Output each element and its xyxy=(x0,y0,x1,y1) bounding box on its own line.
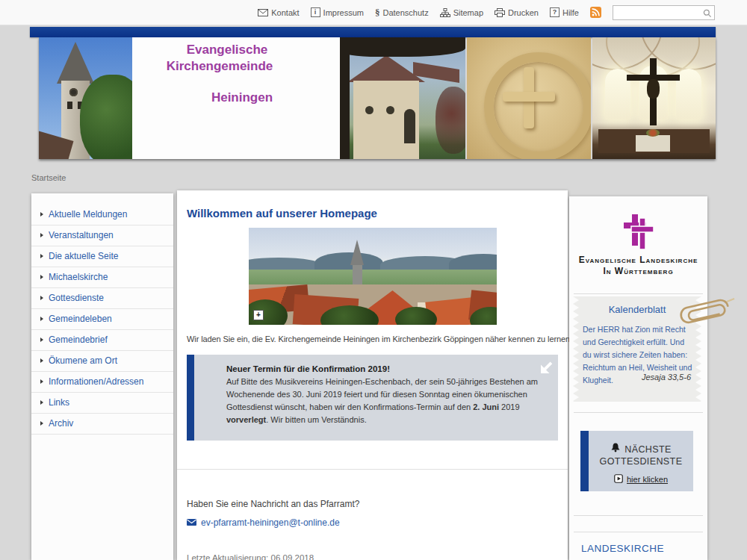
site-title-line1: Evangelische xyxy=(141,43,313,57)
site-title-line2: Kirchengemeinde xyxy=(134,59,306,74)
banner-photo-church-tower xyxy=(39,37,132,159)
search-icon xyxy=(703,7,712,21)
right-sidebar: Evangelische Landeskirche In Württemberg… xyxy=(569,196,707,560)
privacy-link[interactable]: § Datenschutz xyxy=(375,7,429,17)
arrow-bullet-icon xyxy=(40,254,43,258)
left-sidebar: Aktuelle Meldungen Veranstaltungen Die a… xyxy=(31,193,173,560)
arrow-bullet-icon xyxy=(40,421,43,426)
breadcrumb[interactable]: Startseite xyxy=(31,173,66,182)
help-link[interactable]: ? Hilfe xyxy=(550,7,579,17)
arrow-bullet-icon xyxy=(40,400,43,405)
search-input[interactable] xyxy=(613,5,715,20)
site-title-box: Evangelische Kirchengemeinde Heiningen xyxy=(132,37,340,159)
printer-icon xyxy=(495,8,505,17)
sidebar-item-michaelskirche[interactable]: Michaelskirche xyxy=(31,267,173,288)
kalenderblatt-source: Jesaja 33,5-6 xyxy=(642,373,691,382)
envelope-icon xyxy=(258,9,268,16)
arrow-bullet-icon xyxy=(40,317,43,321)
intro-text: Wir laden Sie ein, die Ev. Kirchengemein… xyxy=(187,335,572,343)
sidebar-divider xyxy=(574,515,703,516)
arrow-bullet-icon xyxy=(40,296,43,300)
sitemap-icon xyxy=(440,8,450,17)
sidebar-item-archiv[interactable]: Archiv xyxy=(31,414,173,435)
notice-box: Neuer Termin für die Konfirmation 2019! … xyxy=(187,355,558,441)
contact-link[interactable]: Kontakt xyxy=(258,8,299,17)
last-update-text: Letzte Aktualisierung: 06.09.2018 xyxy=(187,553,314,560)
arrow-down-left-icon xyxy=(538,358,554,377)
notice-title: Neuer Termin für die Konfirmation 2019! xyxy=(226,364,548,373)
play-icon xyxy=(614,474,623,485)
mail-icon xyxy=(187,517,196,528)
arrow-bullet-icon xyxy=(40,233,43,237)
arrow-bullet-icon xyxy=(40,379,43,384)
banner-photo-church-archway xyxy=(340,37,465,159)
arrow-bullet-icon xyxy=(40,275,43,279)
sidebar-item-oekumene-am-ort[interactable]: Ökumene am Ort xyxy=(31,351,173,372)
content-divider xyxy=(177,469,568,470)
bell-icon xyxy=(610,443,621,455)
print-link[interactable]: Drucken xyxy=(495,8,539,17)
notice-body: Auf Bitte des Musikvereins Heiningen-Esc… xyxy=(226,376,548,426)
image-zoom-button[interactable]: + xyxy=(253,310,264,320)
header-accent-bar xyxy=(30,27,716,37)
sidebar-item-informationen-adressen[interactable]: Informationen/Adressen xyxy=(31,372,173,393)
sidebar-item-die-aktuelle-seite[interactable]: Die aktuelle Seite xyxy=(31,246,173,267)
logo-text-line1: Evangelische Landeskirche xyxy=(569,255,707,266)
info-icon: i xyxy=(311,7,320,17)
sidebar-item-gemeindebrief[interactable]: Gemeindebrief xyxy=(31,330,173,351)
services-line1: NÄCHSTE xyxy=(624,444,672,455)
search-box xyxy=(613,5,715,20)
contact-question: Haben Sie eine Nachricht an das Pfarramt… xyxy=(187,499,359,509)
logo-text-line2: In Württemberg xyxy=(569,266,707,277)
page: Kontakt i Impressum § Datenschutz Sitema… xyxy=(0,0,747,560)
sidebar-divider xyxy=(574,412,703,413)
services-line2: GOTTESDIENSTE xyxy=(589,455,693,467)
sidebar-divider xyxy=(574,532,703,532)
utility-bar: Kontakt i Impressum § Datenschutz Sitema… xyxy=(0,0,747,25)
sidebar-item-veranstaltungen[interactable]: Veranstaltungen xyxy=(31,225,173,246)
rss-icon[interactable] xyxy=(590,7,601,18)
next-services-box: NÄCHSTE GOTTESDIENSTE hier klicken xyxy=(580,431,693,491)
sidebar-item-gemeindeleben[interactable]: Gemeindeleben xyxy=(31,309,173,330)
sidebar-item-gottesdienste[interactable]: Gottesdienste xyxy=(31,288,173,309)
site-title-line3: Heiningen xyxy=(141,90,313,105)
paperclip-icon xyxy=(673,292,742,332)
services-link[interactable]: hier klicken xyxy=(589,474,693,485)
sidebar-item-aktuelle-meldungen[interactable]: Aktuelle Meldungen xyxy=(31,205,173,225)
banner-photo-church-interior xyxy=(592,37,716,159)
email-link[interactable]: ev-pfarramt-heiningen@t-online.de xyxy=(187,517,340,528)
main-navigation: Aktuelle Meldungen Veranstaltungen Die a… xyxy=(31,205,173,435)
imprint-link[interactable]: i Impressum xyxy=(311,7,364,17)
header-banner: Evangelische Kirchengemeinde Heiningen xyxy=(39,37,716,159)
paragraph-icon: § xyxy=(375,7,380,17)
arrow-bullet-icon xyxy=(40,212,43,217)
landeskirche-logo: Evangelische Landeskirche In Württemberg xyxy=(569,213,707,277)
arrow-bullet-icon xyxy=(40,358,43,363)
main-content: Willkommen auf unserer Homepage + Wir la… xyxy=(177,190,568,560)
help-icon: ? xyxy=(550,7,560,17)
arrow-bullet-icon xyxy=(40,337,43,342)
village-panorama-image[interactable]: + xyxy=(249,228,497,325)
sitemap-link[interactable]: Sitemap xyxy=(440,8,483,17)
sidebar-item-links[interactable]: Links xyxy=(31,393,173,414)
landeskirche-heading: LANDESKIRCHE xyxy=(581,543,664,554)
double-cross-icon xyxy=(622,241,655,254)
utility-nav: Kontakt i Impressum § Datenschutz Sitema… xyxy=(258,0,715,25)
email-address: ev-pfarramt-heiningen@t-online.de xyxy=(201,517,340,528)
page-title: Willkommen auf unserer Homepage xyxy=(187,207,377,220)
banner-photo-stone-cross xyxy=(467,37,591,159)
